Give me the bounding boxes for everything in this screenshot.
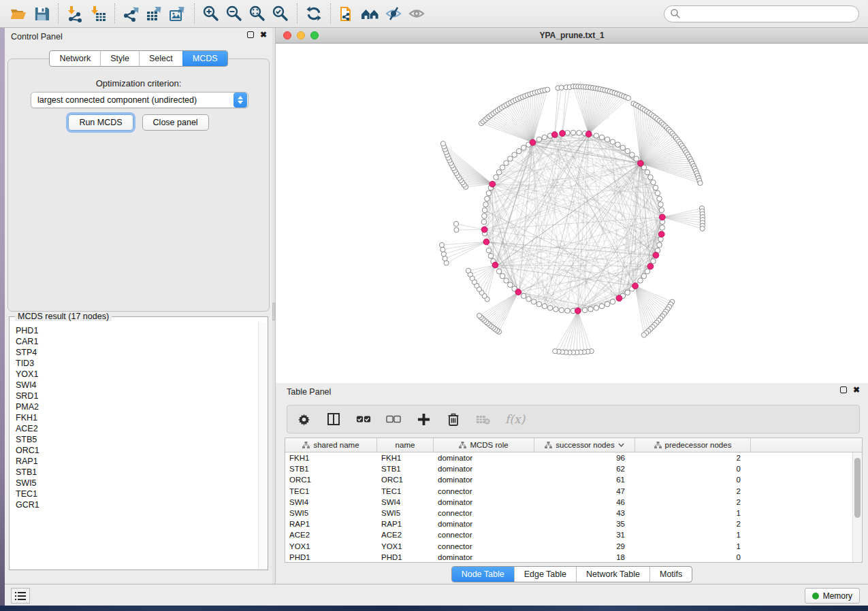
column-layout-button[interactable]	[325, 411, 342, 427]
network-node[interactable]	[594, 133, 599, 139]
network-leaf-node[interactable]	[626, 96, 630, 101]
close-panel-icon[interactable]: ✖	[260, 31, 267, 38]
mcds-result-item[interactable]: ACE2	[16, 423, 258, 434]
network-node[interactable]	[500, 165, 505, 170]
network-node[interactable]	[521, 145, 526, 150]
network-hub-node[interactable]	[659, 214, 665, 220]
network-node[interactable]	[496, 269, 502, 274]
network-node[interactable]	[577, 130, 582, 135]
network-node[interactable]	[625, 148, 630, 154]
network-node[interactable]	[599, 135, 605, 140]
tab-edge-table[interactable]: Edge Table	[514, 567, 576, 582]
network-hub-node[interactable]	[658, 231, 664, 237]
mcds-result-item[interactable]: TID3	[16, 358, 258, 369]
table-row[interactable]: FKH1FKH1dominator962	[285, 452, 852, 463]
cell-name[interactable]: ORC1	[377, 476, 434, 484]
network-node[interactable]	[651, 180, 656, 185]
cell-predecessor-nodes[interactable]: 2	[635, 454, 751, 462]
network-leaf-node[interactable]	[700, 226, 705, 231]
network-hub-node[interactable]	[530, 139, 536, 146]
network-node[interactable]	[641, 274, 647, 279]
network-node[interactable]	[657, 196, 662, 201]
cell-shared-name[interactable]: SWI5	[285, 509, 377, 517]
network-node[interactable]	[553, 307, 559, 312]
cell-shared-name[interactable]: STB1	[285, 465, 377, 473]
network-node[interactable]	[482, 208, 487, 213]
network-node[interactable]	[481, 214, 487, 219]
table-row[interactable]: STB1STB1dominator620	[285, 463, 852, 474]
mcds-result-item[interactable]: STP4	[16, 347, 258, 358]
cell-mcds-role[interactable]: dominator	[434, 454, 534, 462]
delete-table-button[interactable]	[475, 411, 492, 427]
network-node[interactable]	[508, 282, 513, 288]
mcds-result-item[interactable]: PMA2	[16, 401, 258, 412]
tab-style[interactable]: Style	[100, 51, 139, 66]
cell-mcds-role[interactable]: dominator	[434, 520, 534, 528]
network-leaf-node[interactable]	[444, 261, 449, 265]
close-panel-button[interactable]: Close panel	[142, 114, 209, 131]
mcds-result-item[interactable]: SWI5	[16, 478, 258, 489]
apply-layout-button[interactable]	[302, 3, 325, 24]
network-hub-node[interactable]	[575, 308, 581, 314]
network-node[interactable]	[645, 269, 650, 274]
deselect-all-button[interactable]	[385, 411, 402, 427]
network-node[interactable]	[565, 308, 570, 314]
network-node[interactable]	[658, 202, 664, 208]
cell-mcds-role[interactable]: connector	[434, 487, 534, 495]
show-all-button[interactable]	[405, 3, 428, 24]
cell-name[interactable]: SWI4	[377, 498, 434, 506]
table-row[interactable]: SWI4SWI4dominator462	[285, 497, 852, 508]
tab-network-table[interactable]: Network Table	[576, 567, 649, 582]
network-leaf-node[interactable]	[559, 85, 564, 90]
add-column-button[interactable]	[415, 411, 432, 427]
table-options-button[interactable]	[295, 411, 312, 427]
network-hub-node[interactable]	[616, 295, 622, 301]
cell-predecessor-nodes[interactable]: 1	[635, 542, 751, 550]
network-node[interactable]	[659, 208, 664, 213]
column-header-mcds-role[interactable]: MCDS role	[434, 438, 534, 452]
cell-predecessor-nodes[interactable]: 2	[635, 487, 751, 495]
table-row[interactable]: TEC1TEC1connector472	[285, 486, 852, 497]
network-node[interactable]	[657, 242, 662, 248]
table-row[interactable]: SWI5SWI5connector431	[285, 508, 852, 518]
column-header-shared-name[interactable]: shared name	[285, 438, 377, 452]
cell-mcds-role[interactable]: connector	[434, 542, 534, 550]
network-node[interactable]	[638, 278, 643, 284]
network-hub-node[interactable]	[647, 263, 654, 269]
network-node[interactable]	[496, 169, 502, 175]
network-leaf-node[interactable]	[443, 256, 447, 261]
cell-shared-name[interactable]: PHD1	[285, 553, 377, 561]
table-scrollbar-thumb[interactable]	[854, 458, 861, 518]
network-node[interactable]	[516, 148, 521, 154]
network-node[interactable]	[485, 196, 490, 201]
network-node[interactable]	[645, 169, 650, 175]
network-node[interactable]	[481, 219, 487, 225]
cell-name[interactable]: PHD1	[377, 553, 434, 561]
network-leaf-node[interactable]	[454, 227, 459, 232]
table-row[interactable]: ORC1ORC1dominator610	[285, 474, 852, 485]
column-header-successor-nodes[interactable]: successor nodes	[534, 438, 635, 452]
network-node[interactable]	[605, 301, 610, 307]
column-header-predecessor-nodes[interactable]: predecessor nodes	[635, 438, 751, 452]
delete-column-button[interactable]	[445, 411, 462, 427]
network-leaf-node[interactable]	[453, 221, 458, 226]
network-node[interactable]	[653, 185, 658, 191]
network-node[interactable]	[504, 161, 509, 166]
function-builder-button[interactable]: f(x)	[505, 412, 525, 426]
network-hub-node[interactable]	[560, 131, 566, 137]
search-box[interactable]	[664, 5, 859, 22]
cell-predecessor-nodes[interactable]: 2	[635, 520, 751, 528]
save-session-button[interactable]	[30, 3, 53, 24]
network-hub-node[interactable]	[481, 227, 487, 233]
cell-predecessor-nodes[interactable]: 0	[635, 553, 751, 561]
cell-successor-nodes[interactable]: 46	[534, 498, 635, 506]
network-node[interactable]	[651, 259, 656, 264]
table-row[interactable]: ACE2ACE2connector311	[285, 529, 852, 540]
cell-mcds-role[interactable]: connector	[434, 531, 534, 539]
network-node[interactable]	[542, 135, 547, 140]
network-node[interactable]	[508, 156, 513, 162]
cell-shared-name[interactable]: TEC1	[285, 487, 377, 495]
share-document-button[interactable]	[336, 3, 359, 24]
task-history-button[interactable]	[11, 588, 30, 604]
home-button[interactable]	[359, 3, 382, 24]
